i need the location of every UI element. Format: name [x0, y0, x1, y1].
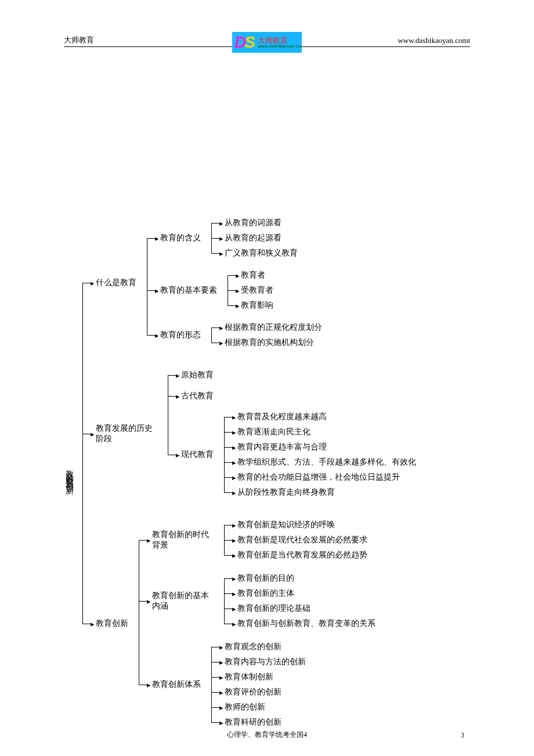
l1-label-3: 教育创新	[96, 617, 131, 630]
logo-text-block: 大师教育 www.dashikaoyan.com	[258, 37, 302, 49]
leaf: 教育体制创新	[225, 671, 276, 683]
arrow-icon: ▸	[176, 451, 180, 459]
leaf: 从教育的起源看	[225, 232, 284, 244]
leaf: 受教育者	[241, 284, 276, 297]
arrow-icon: ▸	[219, 674, 223, 681]
leaf: 教育创新与创新教育、教育变革的关系	[237, 617, 378, 630]
arrow-icon: ▸	[147, 681, 151, 689]
arrow-icon: ▸	[219, 643, 223, 651]
leaf: 教育评价的创新	[225, 686, 284, 699]
l1-item-1: ▸ 什么是教育 ▸ 教育的含义 ▸从教育的词源看 ▸从教育的起源看	[82, 215, 418, 350]
arrow-icon: ▸	[91, 620, 95, 628]
l2-label: 古代教育	[181, 390, 216, 402]
header-right: www.dashikaoyan.comt	[398, 36, 470, 45]
leaf: 教育影响	[241, 299, 276, 312]
arrow-icon: ▸	[155, 287, 159, 294]
arrow-icon: ▸	[91, 279, 95, 287]
arrow-icon: ▸	[91, 430, 95, 438]
leaf: 从阶段性教育走向终身教育	[237, 486, 337, 499]
l2-label: 教育的形态	[160, 329, 203, 341]
leaf: 根据教育的正规化程度划分	[225, 321, 324, 334]
l2-label: 原始教育	[181, 369, 216, 381]
l1-label-2: 教育发展的历史阶段	[96, 422, 160, 445]
arrow-icon: ▸	[232, 521, 236, 529]
root-label: 教育的发展与创新	[64, 461, 74, 484]
page-container: D S 大师教育 www.dashikaoyan.com 大师教育 www.da…	[0, 0, 534, 756]
leaf: 教育创新的目的	[237, 572, 297, 585]
tree-area: 教育的发展与创新 ▸ 什么是教育 ▸ 教育的含义	[64, 215, 470, 730]
leaf: 教育内容与方法的创新	[225, 656, 308, 668]
arrow-icon: ▸	[232, 537, 236, 544]
arrow-icon: ▸	[219, 689, 223, 696]
level1-branch: ▸ 什么是教育 ▸ 教育的含义 ▸从教育的词源看 ▸从教育的起源看	[74, 215, 418, 730]
leaf: 广义教育和狭义教育	[225, 247, 300, 260]
arrow-icon: ▸	[219, 719, 223, 726]
l2-branch-2: ▸原始教育 ▸古代教育 ▸ 现代教育 ▸教育普及化程度越来越高 ▸教育逐渐走向民…	[160, 368, 418, 500]
leaf: 教育创新的主体	[237, 587, 297, 600]
leaf: 教育科研的创新	[225, 716, 284, 729]
leaf: 教育创新是现代社会发展的必然要求	[237, 534, 370, 546]
arrow-icon: ▸	[176, 393, 180, 400]
l2-label: 教育的基本要素	[160, 284, 219, 297]
l2-item: ▸ 教育的形态 ▸根据教育的正规化程度划分 ▸根据教育的实施机构划分	[147, 320, 324, 350]
arrow-icon: ▸	[147, 537, 151, 544]
l2-label: 教育创新的时代背景	[152, 528, 216, 552]
arrow-icon: ▸	[147, 597, 151, 605]
leaf: 教师的创新	[225, 701, 268, 714]
l2-item: ▸ 教育的基本要素 ▸教育者 ▸受教育者 ▸教育影响	[147, 261, 324, 320]
arrow-icon: ▸	[219, 339, 223, 347]
arrow-icon: ▸	[236, 302, 240, 309]
leaf: 教育观念的创新	[225, 640, 284, 653]
l2-branch-1: ▸ 教育的含义 ▸从教育的词源看 ▸从教育的起源看 ▸广义教育和狭义教育	[139, 215, 324, 350]
arrow-icon: ▸	[232, 413, 236, 421]
l1-node-1: ▸ 什么是教育 ▸ 教育的含义 ▸从教育的词源看 ▸从教育的起源看	[91, 215, 418, 350]
leaf: 教育普及化程度越来越高	[237, 411, 329, 423]
arrow-icon: ▸	[176, 372, 180, 379]
arrow-icon: ▸	[232, 474, 236, 481]
l1-item-3: ▸ 教育创新 ▸ 教育创新的时代背景 ▸教育创新是知识经济的呼唤 ▸教育创新是现…	[82, 517, 418, 730]
l2-label: 教育创新的基本内涵	[152, 589, 216, 613]
l2-item: ▸ 教育创新体系 ▸教育观念的创新 ▸教育内容与方法的创新 ▸教育体制创新 ▸教…	[139, 639, 378, 730]
leaf: 教学组织形式、方法、手段越来越多样化、有效化	[237, 456, 418, 469]
arrow-icon: ▸	[232, 605, 236, 613]
page-number: 3	[461, 731, 464, 740]
leaf: 从教育的词源看	[225, 217, 284, 229]
arrow-icon: ▸	[219, 704, 223, 711]
arrow-icon: ▸	[232, 552, 236, 559]
logo-url: www.dashikaoyan.com	[258, 44, 302, 49]
l2-item: ▸ 教育创新的基本内涵 ▸教育创新的目的 ▸教育创新的主体 ▸教育创新的理论基础…	[139, 563, 378, 639]
arrow-icon: ▸	[232, 429, 236, 436]
l1-node-2: ▸ 教育发展的历史阶段 ▸原始教育 ▸古代教育 ▸ 现代教育 ▸教育普及化程度越	[91, 368, 418, 500]
arrow-icon: ▸	[232, 620, 236, 628]
l1-label-1: 什么是教育	[96, 276, 139, 289]
arrow-icon: ▸	[232, 459, 236, 466]
arrow-icon: ▸	[155, 332, 159, 339]
arrow-icon: ▸	[232, 444, 236, 451]
leaf: 教育创新的理论基础	[237, 602, 313, 615]
leaf: 教育创新是当代教育发展的必然趋势	[237, 549, 370, 561]
arrow-icon: ▸	[232, 590, 236, 597]
l2-label: 教育的含义	[160, 232, 203, 244]
l2-branch-3: ▸ 教育创新的时代背景 ▸教育创新是知识经济的呼唤 ▸教育创新是现代社会发展的必…	[131, 517, 378, 730]
l1-node-3: ▸ 教育创新 ▸ 教育创新的时代背景 ▸教育创新是知识经济的呼唤 ▸教育创新是现…	[91, 517, 418, 730]
logo-cn: 大师教育	[258, 37, 302, 44]
l1-item-2: ▸ 教育发展的历史阶段 ▸原始教育 ▸古代教育 ▸ 现代教育 ▸教育普及化程度越	[82, 350, 418, 517]
logo: D S 大师教育 www.dashikaoyan.com	[232, 32, 302, 53]
l2-label: 教育创新体系	[152, 678, 203, 691]
arrow-icon: ▸	[219, 658, 223, 666]
arrow-icon: ▸	[232, 489, 236, 496]
arrow-icon: ▸	[219, 219, 223, 227]
l2-label: 现代教育	[181, 448, 216, 461]
arrow-icon: ▸	[236, 272, 240, 279]
leaf: 教育的社会功能日益增强，社会地位日益提升	[237, 471, 402, 484]
header-left: 大师教育	[64, 35, 94, 45]
leaf: 教育内容更趋丰富与合理	[237, 441, 329, 453]
l2-item: ▸ 现代教育 ▸教育普及化程度越来越高 ▸教育逐渐走向民主化 ▸教育内容更趋丰富…	[168, 409, 418, 500]
l2-item: ▸ 教育创新的时代背景 ▸教育创新是知识经济的呼唤 ▸教育创新是现代社会发展的必…	[139, 517, 378, 563]
arrow-icon: ▸	[219, 324, 223, 332]
footer-text: 心理学、教育学统考全国4	[0, 730, 534, 740]
leaf: 根据教育的实施机构划分	[225, 336, 316, 349]
arrow-icon: ▸	[219, 235, 223, 242]
arrow-icon: ▸	[155, 235, 159, 242]
leaf: 教育创新是知识经济的呼唤	[237, 519, 337, 531]
